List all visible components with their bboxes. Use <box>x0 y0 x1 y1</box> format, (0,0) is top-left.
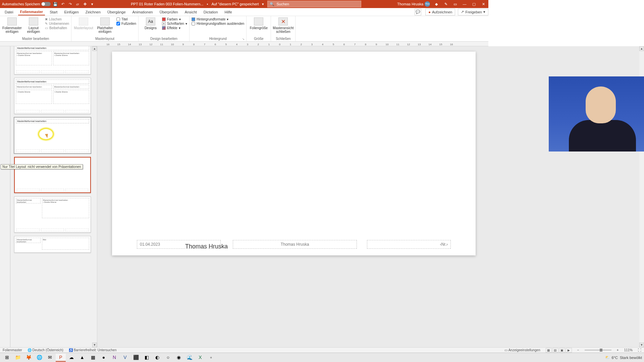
ruler-tick: 5 <box>221 43 231 46</box>
thumb-content: • Zweite Ebene <box>16 90 52 104</box>
preserve-button: ▭ Beibehalten <box>45 26 69 30</box>
ruler-tick: 7 <box>200 43 209 46</box>
ruler-tick: 16 <box>103 43 113 46</box>
tab-einfuegen[interactable]: Einfügen <box>62 9 80 15</box>
share-button[interactable]: ↗Freigeben▾ <box>458 9 488 15</box>
ribbon: Folienmaster einfügen Layout einfügen ✖ … <box>0 16 488 42</box>
close-button[interactable]: ✕ <box>480 1 486 7</box>
layout-thumbnail[interactable]: Mastertitelformat bearbeiten Mastertextf… <box>14 46 91 74</box>
effects-label: Effekte <box>167 26 177 30</box>
slide-number-placeholder[interactable]: ‹Nr.› <box>367 240 451 249</box>
title-checkbox[interactable]: Titel <box>116 17 136 21</box>
redo-icon[interactable]: ↷ <box>67 1 73 7</box>
layout-thumbnail-blank[interactable] <box>14 157 91 193</box>
pending-updates-icon[interactable]: ◆ <box>433 1 439 7</box>
thumbnail-panel: Mastertitelformat bearbeiten Mastertextf… <box>0 46 97 274</box>
insert-master-label: Folienmaster einfügen <box>2 26 22 34</box>
minimize-button[interactable]: — <box>462 1 468 7</box>
rename-label: Umbenennen <box>49 22 69 25</box>
delete-label: Löschen <box>49 17 62 21</box>
tab-ansicht[interactable]: Ansicht <box>183 9 199 15</box>
tab-datei[interactable]: Datei <box>3 9 15 15</box>
title-bar: Automatisches Speichern 💾 ↶ ↷ ▱ ✥ ▾ PPT … <box>0 0 488 8</box>
insert-placeholder-button[interactable]: Platzhalter einfügen <box>95 17 115 34</box>
fonts-label: Schriftarten <box>167 22 184 25</box>
fonts-button[interactable]: ASchriftarten ▾ <box>162 22 187 25</box>
hide-bg-label: Hintergrundgrafiken ausblenden <box>197 22 244 25</box>
slide-size-button[interactable]: Foliengröße <box>249 17 269 30</box>
tab-animationen[interactable]: Animationen <box>130 9 155 15</box>
scroll-up-icon[interactable]: ▲ <box>92 46 97 51</box>
hide-bg-graphics-checkbox[interactable]: Hintergrundgrafiken ausblenden <box>192 22 244 25</box>
thumbnail-scrollbar[interactable]: ▲ ▼ <box>92 46 97 274</box>
ruler-tick: 3 <box>243 43 252 46</box>
auto-save-toggle[interactable]: Automatisches Speichern <box>2 2 51 6</box>
footers-checkbox[interactable]: Fußzeilen <box>116 22 136 25</box>
layout-thumbnail[interactable]: Mastertitelformat bearbeiten Mastertextf… <box>14 78 91 114</box>
undo-icon[interactable]: ↶ <box>60 1 65 7</box>
ribbon-tabs: Datei Folienmaster Start Einfügen Zeichn… <box>0 8 488 16</box>
tab-hilfe[interactable]: Hilfe <box>223 9 234 15</box>
group-label-masterlayout: Masterlayout <box>73 37 136 41</box>
slide-canvas[interactable]: 01.04.2023 Thomas Hruska Thomas Hruska ‹… <box>112 52 476 255</box>
search-placeholder: Suchen <box>276 2 289 6</box>
save-icon[interactable]: 💾 <box>53 1 58 7</box>
effects-button[interactable]: Effekte ▾ <box>162 26 187 30</box>
background-dialog-launcher[interactable]: ↘ <box>242 38 246 41</box>
slide-number-text: ‹Nr.› <box>440 242 448 247</box>
insert-layout-button[interactable]: Layout einfügen <box>23 17 44 34</box>
tab-dictation[interactable]: Dictation <box>202 9 220 15</box>
layout-thumbnail-title-only[interactable]: Mastertitelformat bearbeiten <box>14 117 91 154</box>
group-label-close: Schließen <box>273 37 293 41</box>
thumb-content: Mastertextformat bearbeiten• Zweite Eben… <box>42 198 89 218</box>
toggle-switch[interactable] <box>41 2 51 6</box>
delete-layout-button: ✖ Löschen <box>45 17 69 21</box>
comments-button[interactable]: 💬 <box>415 9 421 15</box>
ruler-tick: 8 <box>189 43 199 46</box>
share-label: Freigeben <box>465 10 482 14</box>
colors-button[interactable]: Farben ▾ <box>162 17 187 21</box>
title-dropdown-icon[interactable]: ▾ <box>262 2 264 6</box>
insert-slide-master-button[interactable]: Folienmaster einfügen <box>2 17 22 34</box>
document-title[interactable]: PPT 01 Roter Faden 003 Folien-Nummern... <box>131 2 203 6</box>
rename-layout-button[interactable]: ✎ Umbenennen <box>45 22 69 25</box>
from-beginning-icon[interactable]: ▱ <box>75 1 80 7</box>
tab-start[interactable]: Start <box>48 9 59 15</box>
thumb-title: Mastertitelformat bearbeiten <box>16 119 89 123</box>
background-formats-button[interactable]: Hintergrundformate ▾ <box>192 17 244 21</box>
tab-uebergaenge[interactable]: Übergänge <box>105 9 127 15</box>
ruler-tick: 5 <box>329 43 338 46</box>
coming-soon-icon[interactable]: ✎ <box>443 1 449 7</box>
preserve-label: Beibehalten <box>49 26 67 30</box>
qat-more-icon[interactable]: ▾ <box>90 1 95 7</box>
record-button[interactable]: ●Aufzeichnen <box>425 9 455 15</box>
ribbon-display-icon[interactable]: ▭ <box>452 1 458 7</box>
layout-thumbnail[interactable]: Mastertitelformat bearbeiten Mastertextf… <box>14 196 91 233</box>
user-avatar: TH <box>425 1 430 7</box>
ruler-tick: 11 <box>157 43 166 46</box>
account-button[interactable]: Thomas Hruska TH <box>397 1 430 7</box>
search-input[interactable]: 🔍 Suchen <box>267 1 361 7</box>
author-text-overlay: Thomas Hruska <box>185 243 228 250</box>
layout-thumbnail[interactable]: Mastertitelformat bearbeiten Bild <box>14 236 91 253</box>
slide-size-label: Foliengröße <box>250 26 268 30</box>
ruler-tick: 2 <box>254 43 263 46</box>
ruler-tick: 6 <box>211 43 220 46</box>
ruler-tick: 13 <box>136 43 145 46</box>
designs-button[interactable]: AaDesigns <box>141 17 161 30</box>
maximize-button[interactable]: ▢ <box>471 1 477 7</box>
close-master-view-button[interactable]: ✕Masteransicht schließen <box>273 17 293 34</box>
ruler-tick: 14 <box>425 43 435 46</box>
thumb-content: Mastertextformat bearbeiten• Zweite Eben… <box>53 51 90 65</box>
ruler-tick: 4 <box>318 43 327 46</box>
footer-placeholder[interactable]: Thomas Hruska <box>233 240 357 249</box>
tab-zeichnen[interactable]: Zeichnen <box>84 9 103 15</box>
thumb-content: Mastertextformat bearbeiten <box>53 85 90 89</box>
touch-mode-icon[interactable]: ✥ <box>82 1 88 7</box>
tab-folienmaster[interactable]: Folienmaster <box>18 9 45 15</box>
ruler-tick: 15 <box>114 43 123 46</box>
save-location[interactable]: Auf "diesem PC" gespeichert <box>211 2 259 6</box>
tab-ueberpruefen[interactable]: Überprüfen <box>158 9 180 15</box>
title-chk-label: Titel <box>121 17 128 21</box>
horizontal-ruler[interactable]: 1615141312111098765432101234567891011121… <box>0 42 488 46</box>
